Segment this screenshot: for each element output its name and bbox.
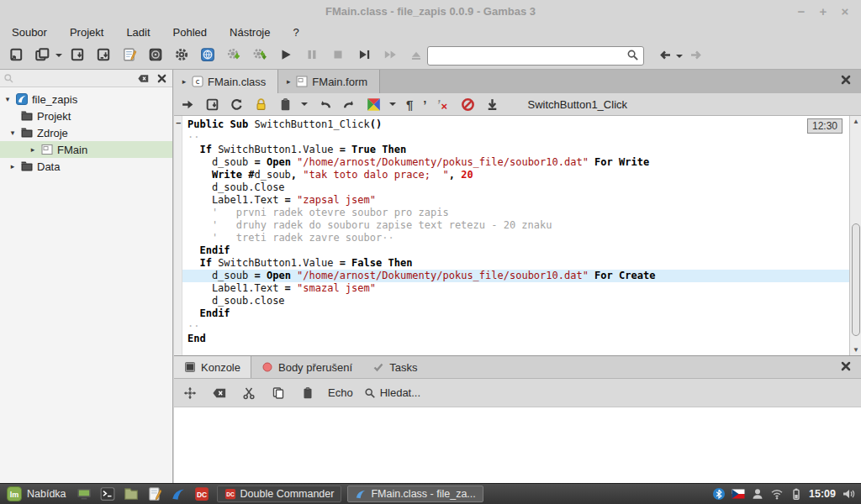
task-gambas-fmain[interactable]: FMain.class - file_za... — [347, 486, 483, 502]
go-forward-button[interactable] — [686, 46, 706, 66]
code-line[interactable]: d_soub = Open "/home/arnost/Dokumenty/po… — [182, 156, 849, 169]
menu-nastroje[interactable]: Nástroje — [230, 26, 270, 39]
preferences-button[interactable] — [171, 45, 193, 66]
open-project-button[interactable] — [31, 45, 53, 66]
editor-scrollbar[interactable]: ▲ ▼ — [849, 116, 861, 355]
gambas-launcher-button[interactable] — [170, 486, 188, 503]
forward-button[interactable] — [379, 45, 401, 66]
goto-definition-button[interactable] — [485, 94, 499, 114]
show-spaces-button[interactable]: ¶ — [406, 94, 413, 114]
close-bottom-panel-button[interactable] — [841, 361, 854, 375]
wifi-icon[interactable] — [770, 487, 784, 501]
reload-button[interactable] — [230, 94, 244, 114]
run-button[interactable] — [275, 45, 297, 66]
close-button[interactable]: × — [834, 4, 856, 18]
tree-item-fmain[interactable]: ▸ FMain — [0, 141, 172, 158]
compile-all-button[interactable] — [249, 45, 271, 66]
tab-body-preruseni[interactable]: Body přerušení — [251, 356, 362, 378]
battery-icon[interactable] — [790, 487, 803, 501]
tab-konzole[interactable]: Konzole — [174, 356, 251, 378]
close-sidebar-button[interactable] — [154, 72, 169, 85]
component-browser-button[interactable] — [197, 45, 219, 66]
code-line[interactable]: If SwitchButton1.Value = True Then — [182, 144, 849, 156]
pause-button[interactable] — [301, 45, 323, 66]
code-line[interactable]: d_soub = Open "/home/arnost/Dokumenty/po… — [182, 270, 849, 282]
clear-console-button[interactable] — [210, 384, 229, 402]
code-line[interactable]: End — [182, 333, 849, 345]
code-line[interactable]: d_soub.Close — [182, 181, 849, 194]
keyboard-layout-cz-icon[interactable] — [732, 487, 745, 501]
scrollbar-thumb[interactable] — [852, 223, 860, 336]
save-project-button[interactable] — [66, 45, 88, 66]
expander-icon[interactable]: ▾ — [8, 129, 17, 137]
tree-item-zdroje[interactable]: ▾ Zdroje — [0, 124, 172, 141]
scroll-down-icon[interactable]: ▼ — [850, 344, 861, 355]
file-manager-launcher-button[interactable] — [123, 486, 140, 503]
code-line[interactable]: Label1.Text = "zapsal jsem" — [182, 194, 849, 207]
paste-button[interactable] — [298, 384, 317, 402]
uncomment-button[interactable]: ’× — [437, 94, 451, 114]
copy-button[interactable] — [269, 384, 288, 402]
expander-icon[interactable]: ▾ — [3, 95, 12, 103]
fold-marker-icon[interactable]: − — [174, 118, 182, 129]
minimize-button[interactable]: − — [790, 4, 812, 18]
cut-button[interactable] — [240, 384, 258, 402]
menu-soubor[interactable]: Soubor — [12, 26, 47, 39]
task-double-commander[interactable]: DC Double Commander — [217, 486, 342, 502]
code-line[interactable]: ' druhy radek do souboru zapise text ret… — [182, 219, 849, 232]
maximize-button[interactable]: + — [812, 4, 834, 18]
tree-item-projekt[interactable]: Projekt — [0, 108, 172, 124]
tab-fmain-form[interactable]: ▸ FMain.form — [278, 70, 380, 93]
clear-breakpoints-button[interactable] — [461, 94, 475, 114]
user-icon[interactable] — [751, 487, 764, 501]
code-line[interactable]: ' treti radek zavre soubor·· — [182, 232, 849, 244]
expander-icon[interactable]: ▸ — [29, 145, 37, 154]
volume-icon[interactable] — [842, 487, 855, 501]
terminal-launcher-button[interactable] — [99, 486, 117, 503]
pretty-print-button[interactable] — [367, 94, 381, 114]
console-search-button[interactable]: Hledat... — [364, 386, 420, 399]
step-button[interactable] — [353, 45, 375, 66]
save-button[interactable] — [205, 94, 219, 114]
paste-special-dropdown-icon[interactable] — [301, 102, 308, 109]
paste-special-button[interactable] — [278, 94, 293, 114]
code-line[interactable]: ·· — [182, 320, 849, 333]
menu-ladit[interactable]: Ladit — [126, 26, 150, 39]
tree-item-file-zapis[interactable]: ▾ file_zapis — [0, 91, 172, 108]
code-line[interactable]: d_soub.close — [182, 295, 849, 307]
code-line[interactable]: Label1.Text = "smazal jsem" — [182, 282, 849, 295]
code-line[interactable]: Endif — [182, 307, 849, 320]
code-line[interactable]: Write #d_soub, "tak toto dalo prace; ", … — [182, 169, 849, 181]
menu-projekt[interactable]: Projekt — [70, 26, 103, 39]
project-filter-input[interactable] — [18, 72, 132, 84]
show-desktop-button[interactable] — [76, 486, 93, 503]
console-output[interactable] — [174, 407, 861, 483]
comment-button[interactable]: ’ — [423, 94, 426, 114]
echo-button[interactable]: Echo — [328, 386, 353, 399]
tree-item-data[interactable]: ▸ Data — [0, 158, 172, 175]
open-project-dropdown-icon[interactable] — [55, 54, 62, 60]
text-editor-launcher-button[interactable] — [146, 486, 164, 503]
tab-fmain-class[interactable]: ▸ c FMain.class — [174, 70, 278, 93]
clear-filter-button[interactable] — [135, 72, 151, 85]
go-back-button[interactable] — [654, 46, 674, 66]
code-line[interactable]: ·· — [182, 131, 849, 144]
code-lines[interactable]: Public Sub SwitchButton1_Click()·· If Sw… — [182, 116, 849, 355]
project-properties-button[interactable] — [119, 45, 140, 66]
current-procedure-label[interactable]: SwitchButton1_Click — [528, 98, 628, 111]
finish-button[interactable] — [405, 45, 427, 66]
code-line[interactable]: If SwitchButton1.Value = False Then — [182, 257, 849, 270]
clock[interactable]: 15:09 — [809, 488, 836, 500]
expander-icon[interactable]: ▸ — [8, 162, 17, 171]
pretty-print-dropdown-icon[interactable] — [389, 102, 396, 109]
new-project-button[interactable] — [5, 45, 27, 66]
code-line[interactable]: ' prvni radek otevre soubor pro zapis — [182, 207, 849, 219]
redo-button[interactable] — [342, 94, 357, 114]
double-commander-launcher-button[interactable]: DC — [193, 486, 211, 503]
menu-help[interactable]: ? — [293, 26, 299, 39]
lock-button[interactable] — [254, 94, 268, 114]
compile-button[interactable] — [223, 45, 245, 66]
tab-tasks[interactable]: Tasks — [362, 356, 427, 378]
close-editor-button[interactable] — [841, 75, 854, 88]
goto-button[interactable] — [181, 94, 195, 114]
